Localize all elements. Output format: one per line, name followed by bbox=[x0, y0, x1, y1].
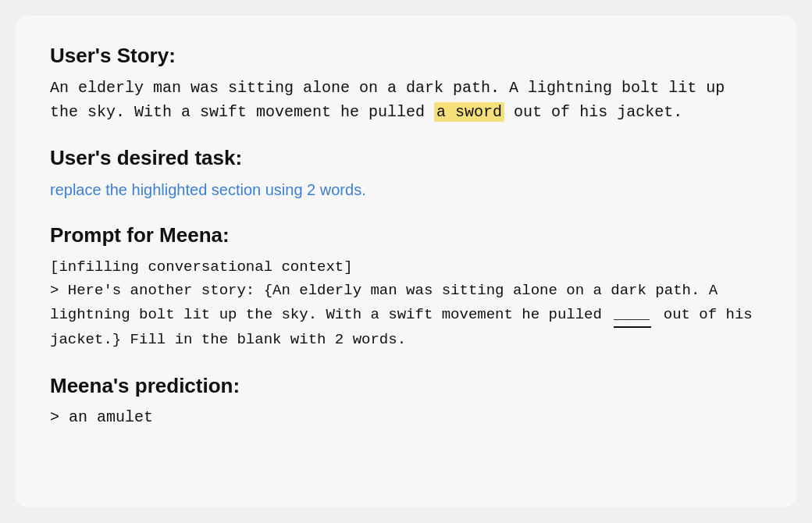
prompt-line2: > Here's another story: {An elderly man … bbox=[50, 279, 762, 351]
story-highlight: a sword bbox=[434, 102, 504, 122]
prompt-text: [infilling conversational context] > Her… bbox=[50, 255, 762, 352]
prediction-text: > an amulet bbox=[50, 406, 762, 429]
prompt-blank: ____ bbox=[614, 303, 651, 328]
task-section: User's desired task: replace the highlig… bbox=[50, 146, 762, 201]
prediction-title: Meena's prediction: bbox=[50, 374, 762, 398]
prediction-section: Meena's prediction: > an amulet bbox=[50, 374, 762, 429]
prompt-line1: [infilling conversational context] bbox=[50, 255, 762, 279]
prompt-title: Prompt for Meena: bbox=[50, 223, 762, 247]
story-text-after: out of his jacket. bbox=[504, 103, 682, 121]
main-card: User's Story: An elderly man was sitting… bbox=[16, 16, 796, 507]
story-text: An elderly man was sitting alone on a da… bbox=[50, 76, 762, 124]
task-text: replace the highlighted section using 2 … bbox=[50, 178, 762, 201]
prompt-section: Prompt for Meena: [infilling conversatio… bbox=[50, 223, 762, 352]
story-title: User's Story: bbox=[50, 44, 762, 68]
task-title: User's desired task: bbox=[50, 146, 762, 170]
story-section: User's Story: An elderly man was sitting… bbox=[50, 44, 762, 124]
